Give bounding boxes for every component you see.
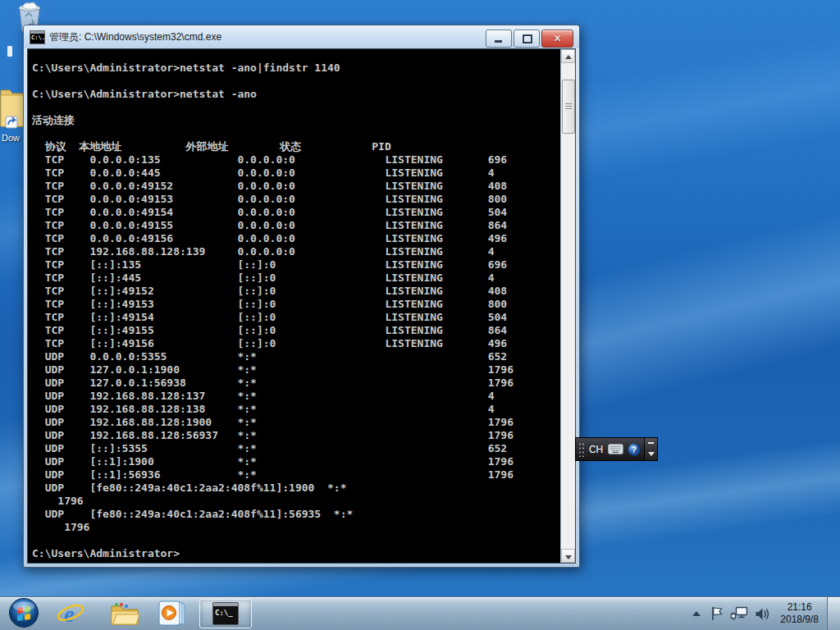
scroll-down-button[interactable]: [561, 549, 575, 563]
system-tray: 21:16 2018/9/8: [692, 597, 840, 630]
help-icon[interactable]: ?: [628, 443, 641, 456]
clock-date: 2018/9/8: [780, 614, 819, 626]
console-icon: C:\_: [212, 602, 239, 625]
up-arrow-icon: [565, 55, 572, 59]
scrollbar[interactable]: [560, 49, 575, 563]
cmd-window: C:\. 管理员: C:\Windows\system32\cmd.exe ✕ …: [23, 25, 580, 568]
scroll-up-button[interactable]: [561, 49, 575, 63]
keyboard-icon[interactable]: [608, 444, 623, 454]
language-bar-options: [644, 438, 657, 460]
svg-text:?: ?: [632, 444, 637, 454]
taskbar-item-windows-explorer[interactable]: [108, 599, 141, 628]
action-center-flag-icon[interactable]: [710, 606, 724, 621]
taskbar-item-media-player[interactable]: [156, 599, 189, 628]
show-hidden-icons-button[interactable]: [692, 611, 701, 616]
language-bar-menu-button[interactable]: [648, 452, 655, 456]
volume-icon[interactable]: [755, 607, 770, 621]
minimize-button[interactable]: [486, 30, 512, 48]
downloads-label: Dow: [2, 133, 20, 143]
clock-time: 21:16: [780, 601, 819, 614]
desktop: Dow C:\. 管理员: C:\Windows\system32\cmd.ex…: [0, 0, 840, 630]
minimize-icon: [495, 40, 502, 43]
taskbar-item-cmd-active[interactable]: C:\_: [199, 599, 252, 628]
language-bar[interactable]: CH ?: [575, 437, 658, 461]
console-area: C:\Users\Administrator>netstat -ano|find…: [27, 48, 576, 564]
taskbar: e C:\_: [0, 596, 840, 630]
window-controls: ✕: [486, 30, 573, 48]
start-button[interactable]: [7, 598, 41, 628]
media-player-icon: [158, 600, 187, 627]
drag-handle[interactable]: [578, 441, 586, 457]
taskbar-item-internet-explorer[interactable]: e: [54, 599, 87, 628]
clock[interactable]: 21:16 2018/9/8: [780, 601, 819, 626]
input-language-button[interactable]: CH: [589, 444, 603, 455]
language-bar-minimize-button[interactable]: [648, 442, 654, 444]
console-icon: C:\.: [30, 30, 45, 44]
show-desktop-button[interactable]: [827, 597, 840, 630]
maximize-icon: [523, 34, 532, 43]
hidden-desktop-icon-fragment: [7, 46, 12, 57]
network-icon[interactable]: [730, 606, 748, 621]
windows-logo-icon: [8, 597, 39, 628]
console-output[interactable]: C:\Users\Administrator>netstat -ano|find…: [28, 49, 561, 563]
window-title: 管理员: C:\Windows\system32\cmd.exe: [49, 30, 221, 44]
folder-icon: [110, 601, 139, 626]
down-arrow-icon: [565, 555, 572, 559]
maximize-button[interactable]: [514, 30, 540, 48]
scrollbar-thumb[interactable]: [562, 80, 575, 134]
close-button[interactable]: ✕: [541, 30, 573, 48]
internet-explorer-icon: e: [56, 600, 85, 627]
